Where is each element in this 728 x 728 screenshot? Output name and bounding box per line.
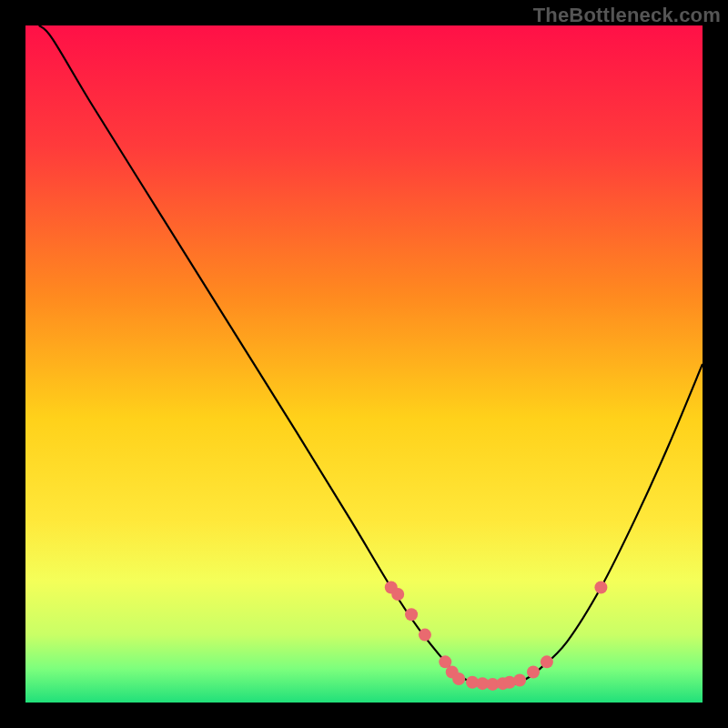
chart-svg xyxy=(25,25,703,703)
curve-dot xyxy=(513,673,526,686)
plot-area xyxy=(25,25,703,703)
curve-dot xyxy=(594,581,607,594)
curve-dot xyxy=(405,608,418,621)
curve-dot xyxy=(527,666,540,679)
gradient-background xyxy=(25,25,703,703)
curve-dot xyxy=(452,672,465,685)
curve-dot xyxy=(391,588,404,601)
watermark-text: TheBottleneck.com xyxy=(533,4,721,27)
curve-dot xyxy=(541,655,553,668)
chart-frame: TheBottleneck.com xyxy=(0,0,728,728)
curve-dot xyxy=(419,629,431,642)
